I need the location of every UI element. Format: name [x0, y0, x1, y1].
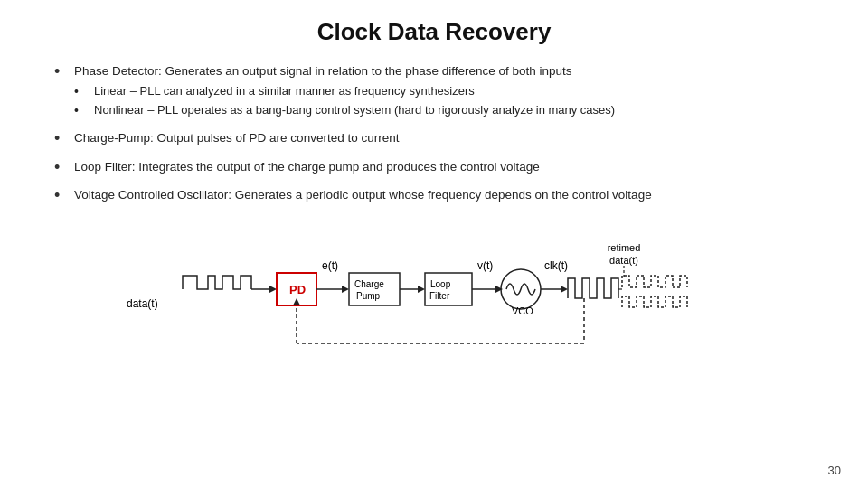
pll-diagram: data(t) PD e(t) Charge Pump L	[118, 217, 750, 384]
bullet-item-1: • Phase Detector: Generates an output si…	[54, 62, 814, 120]
bullet-dot-1: •	[54, 62, 71, 82]
sub-dot-1-2: •	[74, 101, 90, 120]
arrowhead-cp-lf	[418, 286, 425, 293]
sub-dot-1-1: •	[74, 82, 90, 101]
bullet-item-3: • Loop Filter: Integrates the output of …	[54, 158, 814, 178]
sub-text-1-2: Nonlinear – PLL operates as a bang-bang …	[94, 101, 615, 119]
v-label: v(t)	[477, 259, 493, 272]
arrowhead-pd-cp	[342, 286, 349, 293]
bullet-dot-2: •	[54, 129, 71, 149]
diagram-area: data(t) PD e(t) Charge Pump L	[54, 217, 814, 384]
clk-waveform-ext	[622, 296, 687, 307]
loop-filter-label-line2: Filter	[429, 291, 450, 301]
clk-waveform	[568, 278, 618, 298]
vco-sine	[506, 284, 535, 295]
bullet-dot-3: •	[54, 158, 71, 178]
sub-list-1: • Linear – PLL can analyzed in a similar…	[74, 82, 615, 120]
arrowhead-vco-clk	[561, 286, 568, 293]
data-label: data(t)	[127, 297, 158, 310]
retimed-label-line2: data(t)	[609, 255, 638, 266]
clk-label: clk(t)	[544, 259, 568, 272]
e-label: e(t)	[322, 259, 338, 272]
arrowhead-to-pd	[269, 286, 277, 293]
bullet-text-1: Phase Detector: Generates an output sign…	[74, 64, 572, 78]
page-number: 30	[828, 464, 841, 477]
sub-item-1-2: • Nonlinear – PLL operates as a bang-ban…	[74, 101, 615, 120]
bullet-dot-4: •	[54, 186, 71, 206]
bullet-item-4: • Voltage Controlled Oscillator: Generat…	[54, 186, 814, 206]
bullet-item-2: • Charge-Pump: Output pulses of PD are c…	[54, 129, 814, 149]
feedback-arrowhead	[293, 298, 300, 305]
retimed-label-line1: retimed	[608, 242, 641, 253]
slide: Clock Data Recovery • Phase Detector: Ge…	[0, 0, 868, 488]
vco-label: VCO	[512, 305, 533, 316]
bullet-text-2: Charge-Pump: Output pulses of PD are con…	[74, 129, 399, 147]
sub-text-1-1: Linear – PLL can analyzed in a similar m…	[94, 82, 475, 100]
pd-label: PD	[289, 283, 306, 296]
slide-title: Clock Data Recovery	[54, 18, 814, 46]
bullet-text-4: Voltage Controlled Oscillator: Generates…	[74, 186, 652, 204]
charge-pump-label-line2: Pump	[356, 291, 381, 301]
loop-filter-label-line1: Loop	[430, 279, 451, 289]
sub-item-1-1: • Linear – PLL can analyzed in a similar…	[74, 82, 615, 101]
bullet-text-3: Loop Filter: Integrates the output of th…	[74, 158, 540, 176]
input-waveform	[183, 276, 251, 289]
charge-pump-label-line1: Charge	[354, 279, 384, 289]
retimed-waveform	[622, 276, 687, 287]
bullet-list: • Phase Detector: Generates an output si…	[54, 62, 814, 206]
